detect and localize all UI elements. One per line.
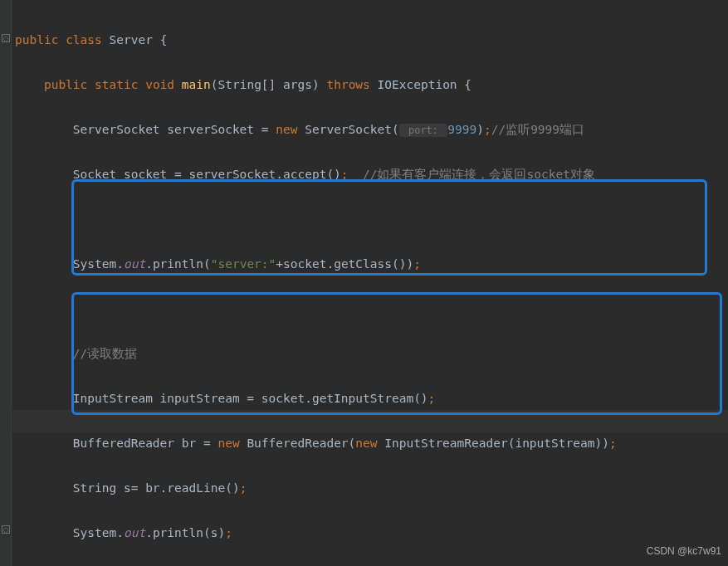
code-editor[interactable]: public class Server { public static void…	[15, 7, 631, 566]
code-line: public class Server {	[15, 29, 631, 51]
code-line: //读取数据	[15, 343, 631, 365]
editor-gutter: ○ ○	[0, 0, 12, 566]
code-line: System.out.println(s);	[15, 522, 631, 544]
code-line: BufferedReader br = new BufferedReader(n…	[15, 432, 631, 455]
gutter-closing-icon[interactable]: ○	[2, 525, 10, 534]
code-line: String s= br.readLine();	[15, 477, 631, 500]
watermark-label: CSDN @kc7w91	[647, 540, 721, 563]
code-line: InputStream inputStream = socket.getInpu…	[15, 388, 631, 410]
code-line: public static void main(String[] args) t…	[15, 74, 631, 96]
code-line: Socket socket = serverSocket.accept(); /…	[15, 163, 631, 186]
gutter-override-icon[interactable]: ○	[2, 34, 10, 42]
code-line: ServerSocket serverSocket = new ServerSo…	[15, 119, 631, 141]
code-line: System.out.println("server:"+socket.getC…	[15, 253, 631, 276]
